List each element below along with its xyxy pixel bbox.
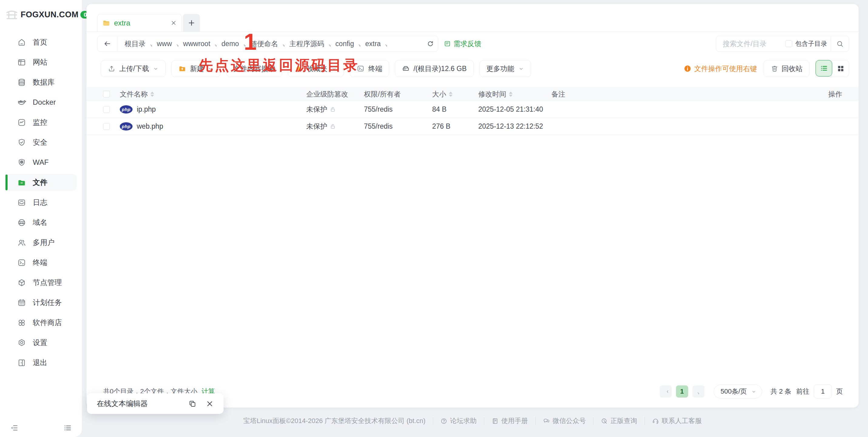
arrow-left-icon [103, 40, 111, 48]
sidebar-item-label: 多用户 [33, 238, 55, 247]
close-tab-icon[interactable] [170, 20, 177, 26]
row-checkbox[interactable] [103, 123, 110, 130]
website-icon [17, 58, 26, 67]
close-icon[interactable] [206, 400, 214, 408]
file-name[interactable]: php ip.php [120, 105, 306, 114]
wechat-icon [543, 417, 550, 425]
chevron-right-icon [384, 41, 389, 47]
menu-list-icon[interactable] [63, 424, 72, 432]
file-search: 包含子目录 [716, 36, 849, 52]
search-input[interactable] [716, 40, 785, 48]
brand-logo-icon [5, 7, 19, 22]
sort-icon[interactable] [150, 92, 154, 97]
breadcrumb-item-current[interactable]: extra [362, 40, 384, 48]
row-checkbox[interactable] [103, 106, 110, 113]
chevron-left-icon [663, 389, 668, 394]
sidebar-nav: 首页 网站 数据库 Docker 监控 安全 WAF 文件 日志 域名 多用户 … [0, 32, 82, 373]
footer-link-manual[interactable]: 使用手册 [492, 416, 528, 426]
breadcrumb-item[interactable]: 主程序源码 [286, 39, 327, 49]
table-row[interactable]: php ip.php 未保护 755/redis 84 B 2025-12-05… [87, 101, 859, 118]
sidebar-item-cron[interactable]: 计划任务 [0, 293, 82, 313]
footer-link-wechat[interactable]: 微信公众号 [543, 416, 586, 426]
sort-icon[interactable] [509, 92, 513, 97]
sidebar-item-label: 网站 [33, 57, 47, 67]
sidebar-item-logout[interactable]: 退出 [0, 353, 82, 373]
search-button[interactable] [831, 36, 849, 51]
select-all-checkbox[interactable] [103, 91, 110, 97]
file-name[interactable]: php web.php [120, 122, 306, 130]
subdir-label: 包含子目录 [795, 39, 827, 48]
back-button[interactable] [97, 36, 117, 51]
button-label: 上传/下载 [119, 64, 149, 74]
recycle-bin-button[interactable]: 回收站 [764, 60, 809, 77]
sidebar-item-database[interactable]: 数据库 [0, 72, 82, 92]
sidebar-item-label: 文件 [33, 177, 47, 187]
sidebar-item-appstore[interactable]: 软件商店 [0, 313, 82, 332]
disk-usage-button[interactable]: /(根目录)12.6 GB [395, 60, 473, 77]
sidebar-item-website[interactable]: 网站 [0, 52, 82, 72]
grid-view-button[interactable] [832, 60, 849, 77]
breadcrumb-item-root[interactable]: 根目录 [122, 39, 149, 49]
folder-plus-icon [178, 65, 186, 72]
sidebar-item-docker[interactable]: Docker [0, 92, 82, 112]
home-icon [17, 38, 26, 47]
chevron-right-icon [696, 389, 701, 394]
sidebar-item-settings[interactable]: 设置 [0, 332, 82, 353]
view-toggle [815, 60, 849, 77]
prev-page-button[interactable] [660, 385, 672, 398]
sidebar-item-home[interactable]: 首页 [0, 32, 82, 52]
sidebar-item-terminal[interactable]: 终端 [0, 253, 82, 272]
file-perms[interactable]: 755/redis [364, 105, 432, 114]
plus-icon [187, 19, 196, 27]
sidebar-item-multiuser[interactable]: 多用户 [0, 232, 82, 253]
sidebar-item-logs[interactable]: 日志 [0, 193, 82, 212]
database-icon [17, 78, 26, 87]
page-size-select[interactable]: 500条/页 [714, 384, 762, 399]
search-icon [836, 40, 844, 48]
restore-window-icon[interactable] [188, 400, 196, 408]
breadcrumb-item[interactable]: www [154, 40, 175, 48]
sidebar-item-label: 设置 [33, 338, 47, 347]
tab-extra[interactable]: extra [97, 14, 182, 32]
logs-icon [17, 198, 26, 207]
next-page-button[interactable] [692, 385, 705, 398]
sidebar-item-waf[interactable]: WAF [0, 152, 82, 172]
list-view-button[interactable] [815, 60, 832, 77]
footer-link-support[interactable]: 联系人工客服 [652, 416, 702, 426]
chevron-right-icon [149, 41, 154, 47]
include-subdir-option[interactable]: 包含子目录 [785, 39, 827, 48]
file-perms[interactable]: 755/redis [364, 122, 432, 130]
online-editor-popup[interactable]: 在线文本编辑器 [87, 393, 223, 414]
tab-bar: extra [87, 4, 859, 32]
footer-link-forum[interactable]: 论坛求助 [440, 416, 477, 426]
sidebar-item-files[interactable]: 文件 [0, 172, 82, 193]
sidebar-item-domain[interactable]: 域名 [0, 212, 82, 232]
more-functions-button[interactable]: 更多功能 [479, 60, 531, 77]
column-header-size[interactable]: 大小 [432, 90, 478, 99]
popup-title: 在线文本编辑器 [97, 399, 179, 408]
terminal-icon [17, 258, 26, 267]
sidebar-item-monitor[interactable]: 监控 [0, 112, 82, 132]
subdir-checkbox[interactable] [785, 40, 792, 47]
table-row[interactable]: php web.php 未保护 755/redis 276 B 2025-12-… [87, 118, 859, 135]
footer-link-license[interactable]: 正版查询 [601, 416, 637, 426]
breadcrumb-item[interactable]: config [332, 40, 357, 48]
feedback-link[interactable]: 需求反馈 [444, 39, 481, 49]
breadcrumb-item[interactable]: demo [218, 40, 242, 48]
tamper-status[interactable]: 未保护 [306, 105, 364, 114]
collapse-sidebar-icon[interactable] [10, 424, 19, 432]
upload-download-button[interactable]: 上传/下载 [101, 60, 165, 77]
sidebar-item-security[interactable]: 安全 [0, 132, 82, 152]
sidebar-item-nodes[interactable]: 节点管理 [0, 272, 82, 293]
tamper-status[interactable]: 未保护 [306, 122, 364, 131]
new-tab-button[interactable] [183, 14, 200, 32]
sort-icon[interactable] [449, 92, 453, 97]
goto-page-input[interactable] [814, 384, 832, 399]
column-header-mtime[interactable]: 修改时间 [478, 90, 551, 99]
footer-divider [535, 417, 536, 425]
breadcrumb-item[interactable]: wwwroot [180, 40, 213, 48]
refresh-button[interactable] [423, 36, 438, 51]
trash-icon [771, 65, 778, 72]
current-page[interactable]: 1 [676, 385, 688, 398]
column-header-name[interactable]: 文件名称 [120, 90, 306, 99]
